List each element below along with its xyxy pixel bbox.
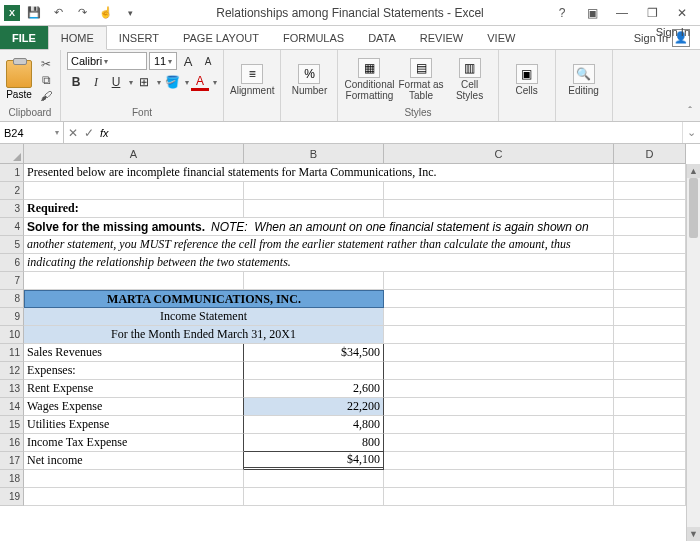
collapse-ribbon-icon[interactable]: ˆ [680, 50, 700, 121]
font-color-icon[interactable]: A [191, 73, 209, 91]
expand-formula-bar-icon[interactable]: ⌄ [682, 122, 700, 143]
decrease-font-icon[interactable]: A [199, 52, 217, 70]
cell[interactable]: Utilities Expense [24, 416, 244, 434]
cell[interactable] [24, 488, 244, 506]
cells-button[interactable]: ▣ Cells [505, 54, 549, 106]
restore-icon[interactable]: ❐ [638, 2, 666, 24]
row-header[interactable]: 6 [0, 254, 24, 272]
cell[interactable]: 22,200 [244, 398, 384, 416]
fill-color-icon[interactable]: 🪣 [163, 73, 181, 91]
row-header[interactable]: 12 [0, 362, 24, 380]
cell[interactable] [384, 488, 614, 506]
cell[interactable]: Net income [24, 452, 244, 470]
cell[interactable] [614, 470, 686, 488]
qat-customize-icon[interactable]: ▾ [120, 3, 140, 23]
cell[interactable]: $34,500 [244, 344, 384, 362]
cell[interactable]: Solve for the missing amounts. NOTE: Whe… [24, 218, 614, 236]
cell[interactable]: Presented below are incomplete financial… [24, 164, 614, 182]
cell[interactable]: Income Statement [24, 308, 384, 326]
cell[interactable]: 2,600 [244, 380, 384, 398]
cancel-formula-icon[interactable]: ✕ [68, 126, 78, 140]
cell[interactable] [614, 272, 686, 290]
cell[interactable] [244, 488, 384, 506]
tab-home[interactable]: HOME [48, 26, 107, 50]
tab-view[interactable]: VIEW [475, 26, 527, 49]
name-box[interactable]: B24▾ [0, 122, 64, 143]
cell[interactable] [384, 344, 614, 362]
cell[interactable] [614, 254, 686, 272]
ribbon-display-icon[interactable]: ▣ [578, 2, 606, 24]
cell[interactable] [384, 362, 614, 380]
tab-file[interactable]: FILE [0, 26, 48, 49]
cell[interactable] [614, 434, 686, 452]
col-header-b[interactable]: B [244, 144, 384, 164]
cell[interactable] [244, 362, 384, 380]
cell[interactable] [24, 272, 244, 290]
cell[interactable] [384, 470, 614, 488]
increase-font-icon[interactable]: A [179, 52, 197, 70]
format-painter-icon[interactable]: 🖌 [38, 89, 54, 103]
undo-icon[interactable]: ↶ [48, 3, 68, 23]
scroll-down-icon[interactable]: ▼ [687, 527, 700, 541]
cell[interactable] [614, 326, 686, 344]
cell[interactable]: Rent Expense [24, 380, 244, 398]
cell[interactable] [24, 470, 244, 488]
cell[interactable]: 4,800 [244, 416, 384, 434]
row-header[interactable]: 19 [0, 488, 24, 506]
cell[interactable] [384, 272, 614, 290]
row-header[interactable]: 11 [0, 344, 24, 362]
fx-icon[interactable]: fx [100, 127, 109, 139]
cell-styles-button[interactable]: ▥ Cell Styles [448, 54, 492, 106]
cell[interactable]: indicating the relationship between the … [24, 254, 614, 272]
cell[interactable] [24, 182, 244, 200]
italic-button[interactable]: I [87, 73, 105, 91]
font-size-combo[interactable]: 11▾ [149, 52, 177, 70]
cell[interactable]: Expenses: [24, 362, 244, 380]
cell[interactable]: another statement, you MUST reference th… [24, 236, 614, 254]
row-header[interactable]: 8 [0, 290, 24, 308]
select-all-corner[interactable] [0, 144, 24, 164]
cell[interactable] [614, 308, 686, 326]
editing-button[interactable]: 🔍 Editing [562, 54, 606, 106]
copy-icon[interactable]: ⧉ [38, 73, 54, 87]
row-header[interactable]: 3 [0, 200, 24, 218]
paste-icon[interactable] [6, 60, 32, 88]
cell[interactable] [614, 200, 686, 218]
row-header[interactable]: 9 [0, 308, 24, 326]
tab-page-layout[interactable]: PAGE LAYOUT [171, 26, 271, 49]
cell[interactable] [384, 182, 614, 200]
cell[interactable] [384, 200, 614, 218]
cell[interactable] [384, 452, 614, 470]
cell[interactable]: Required: [24, 200, 244, 218]
row-header[interactable]: 18 [0, 470, 24, 488]
format-as-table-button[interactable]: ▤ Format as Table [399, 54, 444, 106]
cell[interactable]: 800 [244, 434, 384, 452]
row-header[interactable]: 4 [0, 218, 24, 236]
row-header[interactable]: 13 [0, 380, 24, 398]
cell[interactable] [384, 380, 614, 398]
sign-in-link[interactable]: Sign In [656, 26, 690, 38]
borders-icon[interactable]: ⊞ [135, 73, 153, 91]
row-header[interactable]: 16 [0, 434, 24, 452]
cell[interactable]: Income Tax Expense [24, 434, 244, 452]
save-icon[interactable]: 💾 [24, 3, 44, 23]
cell[interactable] [614, 218, 686, 236]
col-header-a[interactable]: A [24, 144, 244, 164]
cell[interactable]: Wages Expense [24, 398, 244, 416]
cell[interactable]: For the Month Ended March 31, 20X1 [24, 326, 384, 344]
scroll-up-icon[interactable]: ▲ [687, 164, 700, 178]
cell[interactable] [614, 416, 686, 434]
row-header[interactable]: 17 [0, 452, 24, 470]
row-header[interactable]: 10 [0, 326, 24, 344]
bold-button[interactable]: B [67, 73, 85, 91]
cell[interactable]: Sales Revenues [24, 344, 244, 362]
cell[interactable] [614, 290, 686, 308]
cell[interactable]: $4,100 [244, 452, 384, 470]
tab-insert[interactable]: INSERT [107, 26, 171, 49]
touch-mode-icon[interactable]: ☝ [96, 3, 116, 23]
row-header[interactable]: 7 [0, 272, 24, 290]
redo-icon[interactable]: ↷ [72, 3, 92, 23]
tab-formulas[interactable]: FORMULAS [271, 26, 356, 49]
cell[interactable] [384, 398, 614, 416]
worksheet[interactable]: A B C D 1 2 3 4 5 6 7 8 9 10 11 12 13 14… [0, 144, 700, 541]
